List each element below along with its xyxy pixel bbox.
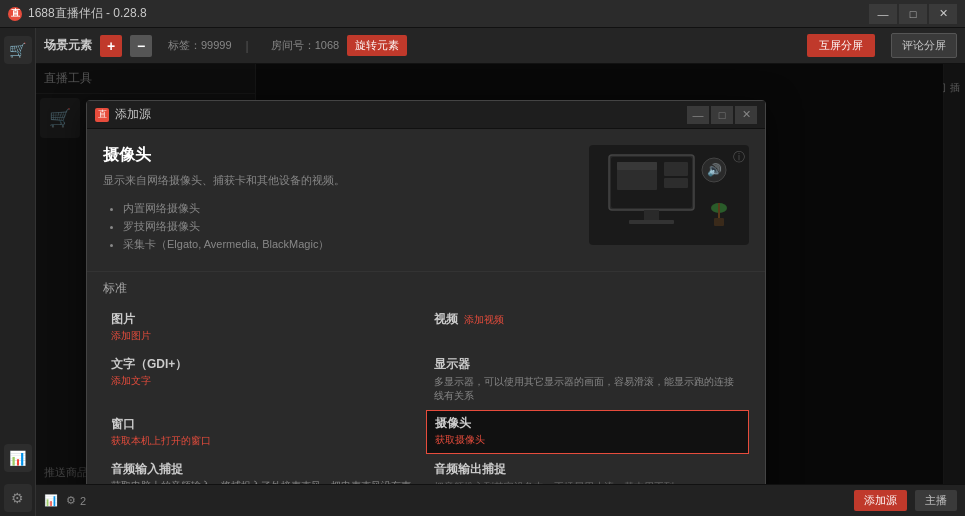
add-source-dialog: 直 添加源 — □ ✕ 摄像头 显示来自网络摄像头、捕获卡和	[86, 100, 766, 484]
left-sidebar: 🛒 📊 ⚙	[0, 28, 36, 516]
camera-title: 摄像头	[103, 145, 573, 166]
info-icon: ⓘ	[733, 149, 745, 166]
room-label: 房间号：1068	[271, 38, 339, 53]
close-button[interactable]: ✕	[929, 4, 957, 24]
svg-rect-3	[629, 220, 674, 224]
svg-rect-6	[664, 162, 688, 176]
std-item-display[interactable]: 显示器 多显示器，可以使用其它显示器的画面，容易滑滚，能显示跑的连接线有关系	[426, 350, 749, 409]
main-layout: 🛒 📊 ⚙ 场景元素 + − 标签：99999 | 房间号：1068 旋转元素 …	[0, 28, 965, 516]
std-label-window: 窗口	[111, 416, 417, 433]
std-label-audio-output: 音频输出捕捉	[434, 461, 741, 478]
std-label-camera: 摄像头	[435, 415, 740, 432]
std-label-image: 图片	[111, 311, 417, 328]
std-label-display: 显示器	[434, 356, 741, 373]
std-get-window[interactable]: 获取本机上打开的窗口	[111, 434, 417, 448]
app-title: 1688直播伴侣 - 0.28.8	[28, 5, 147, 22]
stats-icon: 📊	[44, 494, 58, 507]
std-row-3: 窗口 获取本机上打开的窗口 摄像头 获取摄像头	[103, 410, 749, 455]
std-desc-audio-output: 把音频推入到其它设备中，不插屏用止流，基本用不到	[434, 480, 741, 485]
std-item-audio-input[interactable]: 音频输入捕捉 获取电脑上的音频输入，将捕捉入了外接麦克风，把电麦克风没有声音了，…	[103, 455, 426, 485]
dialog-close-button[interactable]: ✕	[735, 106, 757, 124]
screen-split-button[interactable]: 互屏分屏	[807, 34, 875, 57]
std-add-image[interactable]: 添加图片	[111, 329, 417, 343]
std-item-image[interactable]: 图片 添加图片	[103, 305, 426, 349]
gear-icon: ⚙	[66, 494, 76, 507]
svg-text:🔊: 🔊	[707, 162, 722, 177]
scene-area: 直播工具 🛒 推送商品 插间不 直	[36, 64, 965, 484]
svg-rect-12	[714, 218, 724, 226]
std-label-audio-input: 音频输入捕捉	[111, 461, 417, 478]
sidebar-icon-3[interactable]: ⚙	[4, 484, 32, 512]
dialog-maximize-button[interactable]: □	[711, 106, 733, 124]
camera-list: 内置网络摄像头 罗技网络摄像头 采集卡（Elgato, Avermedia, B…	[103, 201, 573, 252]
top-toolbar: 场景元素 + − 标签：99999 | 房间号：1068 旋转元素 互屏分屏 评…	[36, 28, 965, 64]
content-area: 场景元素 + − 标签：99999 | 房间号：1068 旋转元素 互屏分屏 评…	[36, 28, 965, 516]
dialog-minimize-button[interactable]: —	[687, 106, 709, 124]
remove-scene-button[interactable]: −	[130, 35, 152, 57]
tag-label: 标签：99999	[168, 38, 232, 53]
std-item-audio-output[interactable]: 音频输出捕捉 把音频推入到其它设备中，不插屏用止流，基本用不到	[426, 455, 749, 485]
app-icon: 直	[8, 7, 22, 21]
camera-list-item-3: 采集卡（Elgato, Avermedia, BlackMagic）	[123, 237, 573, 252]
std-label-text: 文字（GDI+）	[111, 356, 417, 373]
std-row-4: 音频输入捕捉 获取电脑上的音频输入，将捕捉入了外接麦克风，把电麦克风没有声音了，…	[103, 455, 749, 485]
title-bar: 直 1688直播伴侣 - 0.28.8 — □ ✕	[0, 0, 965, 28]
camera-info: 摄像头 显示来自网络摄像头、捕获卡和其他设备的视频。 内置网络摄像头 罗技网络摄…	[103, 145, 573, 255]
dialog-title-left: 直 添加源	[95, 106, 151, 123]
std-add-video[interactable]: 添加视频	[464, 313, 504, 327]
dialog-icon: 直	[95, 108, 109, 122]
dialog-standards: 标准 图片 添加图片 视频 添加视频	[87, 272, 765, 485]
add-scene-button[interactable]: +	[100, 35, 122, 57]
count-label: 2	[80, 495, 86, 507]
window-controls: — □ ✕	[869, 4, 957, 24]
std-desc-audio-input: 获取电脑上的音频输入，将捕捉入了外接麦克风，把电麦克风没有声音了，添加到入声音	[111, 479, 417, 485]
std-item-text[interactable]: 文字（GDI+） 添加文字	[103, 350, 426, 409]
add-source-button[interactable]: 添加源	[854, 490, 907, 511]
camera-description: 显示来自网络摄像头、捕获卡和其他设备的视频。	[103, 172, 573, 189]
svg-rect-2	[644, 210, 659, 220]
camera-preview: 🔊 ⓘ	[589, 145, 749, 245]
std-item-window[interactable]: 窗口 获取本机上打开的窗口	[103, 410, 426, 454]
review-button[interactable]: 评论分屏	[891, 33, 957, 58]
camera-preview-svg: 🔊	[599, 150, 739, 240]
bottom-bar: 📊 ⚙ 2 添加源 主播	[36, 484, 965, 516]
rotate-button[interactable]: 旋转元素	[347, 35, 407, 56]
std-row-2: 文字（GDI+） 添加文字 显示器 多显示器，可以使用其它显示器的画面，容易滑滚…	[103, 350, 749, 410]
std-item-camera[interactable]: 摄像头 获取摄像头	[426, 410, 749, 454]
dialog-titlebar: 直 添加源 — □ ✕	[87, 101, 765, 129]
modal-overlay: 直 添加源 — □ ✕ 摄像头 显示来自网络摄像头、捕获卡和	[36, 64, 965, 484]
svg-rect-7	[664, 178, 688, 188]
dialog-camera-section: 摄像头 显示来自网络摄像头、捕获卡和其他设备的视频。 内置网络摄像头 罗技网络摄…	[87, 129, 765, 272]
camera-list-item-1: 内置网络摄像头	[123, 201, 573, 216]
standards-title: 标准	[103, 280, 749, 297]
std-add-text[interactable]: 添加文字	[111, 374, 417, 388]
std-row-1: 图片 添加图片 视频 添加视频	[103, 305, 749, 350]
title-bar-left: 直 1688直播伴侣 - 0.28.8	[8, 5, 147, 22]
dialog-title-text: 添加源	[115, 106, 151, 123]
std-label-video: 视频	[434, 311, 458, 328]
sidebar-icon-2[interactable]: 📊	[4, 444, 32, 472]
std-get-camera[interactable]: 获取摄像头	[435, 433, 740, 447]
separator-1: |	[246, 39, 249, 53]
camera-list-item-2: 罗技网络摄像头	[123, 219, 573, 234]
dialog-controls: — □ ✕	[687, 106, 757, 124]
live-button[interactable]: 主播	[915, 490, 957, 511]
maximize-button[interactable]: □	[899, 4, 927, 24]
std-desc-display: 多显示器，可以使用其它显示器的画面，容易滑滚，能显示跑的连接线有关系	[434, 375, 741, 403]
sidebar-icon-1[interactable]: 🛒	[4, 36, 32, 64]
scene-label: 场景元素	[44, 37, 92, 54]
minimize-button[interactable]: —	[869, 4, 897, 24]
svg-rect-5	[617, 162, 657, 170]
std-item-video[interactable]: 视频 添加视频	[426, 305, 749, 349]
stats-icon-area[interactable]: 📊	[44, 494, 58, 507]
gear-icon-area[interactable]: ⚙ 2	[66, 494, 86, 507]
